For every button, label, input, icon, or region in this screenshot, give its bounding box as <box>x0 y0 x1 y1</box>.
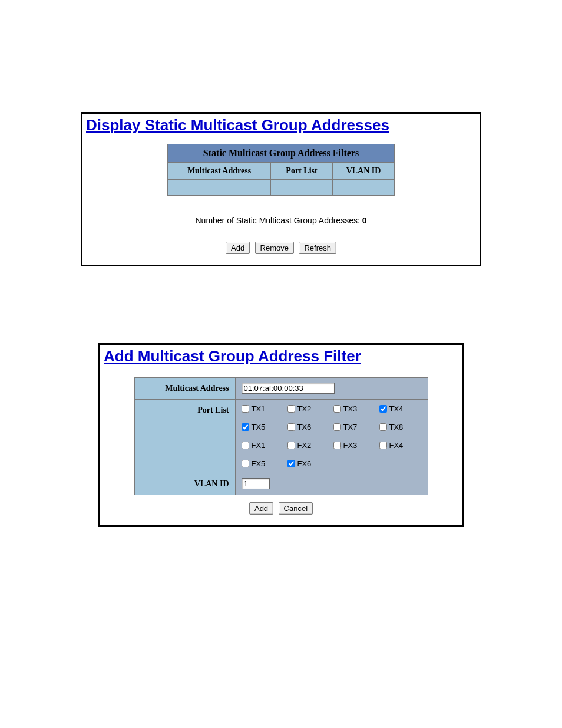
add-multicast-title-link[interactable]: Add Multicast Group Address Filter <box>104 347 458 365</box>
port-cell-tx2[interactable]: TX2 <box>287 404 330 413</box>
port-checkbox-tx1[interactable] <box>242 405 249 413</box>
port-cell-tx8[interactable]: TX8 <box>379 423 422 431</box>
port-label-fx4: FX4 <box>389 441 404 450</box>
multicast-address-label: Multicast Address <box>134 378 235 400</box>
port-label-fx1: FX1 <box>252 441 266 450</box>
port-cell-fx2[interactable]: FX2 <box>287 441 330 450</box>
port-checkbox-tx8[interactable] <box>379 423 387 431</box>
port-checkbox-fx6[interactable] <box>287 460 295 467</box>
port-label-fx2: FX2 <box>297 441 312 450</box>
display-multicast-title-link[interactable]: Display Static Multicast Group Addresses <box>86 116 476 134</box>
filters-table: Static Multicast Group Address Filters M… <box>167 144 395 196</box>
multicast-address-input[interactable] <box>242 383 335 394</box>
address-count-prefix: Number of Static Multicast Group Address… <box>195 216 362 225</box>
port-checkbox-tx3[interactable] <box>333 405 341 413</box>
port-list-label: Port List <box>134 400 235 473</box>
port-label-fx6: FX6 <box>297 459 312 468</box>
port-label-fx3: FX3 <box>343 441 358 450</box>
port-checkbox-fx3[interactable] <box>333 442 341 449</box>
port-checkbox-fx2[interactable] <box>287 442 295 449</box>
port-label-tx2: TX2 <box>297 404 312 413</box>
port-checkbox-tx4[interactable] <box>379 405 387 413</box>
vlan-id-input[interactable] <box>242 478 270 489</box>
port-cell-tx3[interactable]: TX3 <box>333 404 376 413</box>
port-cell-tx4[interactable]: TX4 <box>379 404 422 413</box>
column-port-list: Port List <box>271 163 333 180</box>
address-count-line: Number of Static Multicast Group Address… <box>86 216 476 225</box>
port-cell-tx7[interactable]: TX7 <box>333 423 376 431</box>
address-count-value: 0 <box>362 216 367 225</box>
cancel-button[interactable]: Cancel <box>279 502 313 515</box>
port-cell-tx6[interactable]: TX6 <box>287 423 330 431</box>
add-filter-button[interactable]: Add <box>249 502 273 515</box>
port-checkbox-tx6[interactable] <box>287 423 295 431</box>
port-cell-fx1[interactable]: FX1 <box>242 441 284 450</box>
port-checkbox-fx5[interactable] <box>242 460 249 467</box>
port-label-tx3: TX3 <box>343 404 358 413</box>
port-label-tx1: TX1 <box>252 404 266 413</box>
port-checkbox-fx1[interactable] <box>242 442 249 449</box>
port-label-tx6: TX6 <box>297 423 312 431</box>
refresh-button[interactable]: Refresh <box>299 242 336 254</box>
port-label-tx5: TX5 <box>252 423 266 431</box>
port-cell-tx1[interactable]: TX1 <box>242 404 284 413</box>
port-cell-tx5[interactable]: TX5 <box>242 423 284 431</box>
port-label-fx5: FX5 <box>252 459 266 468</box>
filters-table-header: Static Multicast Group Address Filters <box>168 144 395 163</box>
display-multicast-panel: Display Static Multicast Group Addresses… <box>81 112 481 266</box>
port-checkbox-tx5[interactable] <box>242 423 249 431</box>
column-multicast-address: Multicast Address <box>168 163 271 180</box>
port-cell-fx3[interactable]: FX3 <box>333 441 376 450</box>
add-button[interactable]: Add <box>226 242 250 254</box>
port-cell-fx5[interactable]: FX5 <box>242 459 284 468</box>
port-list-grid: TX1TX2TX3TX4TX5TX6TX7TX8FX1FX2FX3FX4FX5F… <box>242 404 422 468</box>
add-multicast-panel: Add Multicast Group Address Filter Multi… <box>98 343 464 527</box>
port-label-tx8: TX8 <box>389 423 404 431</box>
port-checkbox-tx2[interactable] <box>287 405 295 413</box>
remove-button[interactable]: Remove <box>255 242 294 254</box>
column-vlan-id: VLAN ID <box>333 163 395 180</box>
vlan-id-label: VLAN ID <box>134 473 235 495</box>
port-checkbox-fx4[interactable] <box>379 442 387 449</box>
port-label-tx4: TX4 <box>389 404 404 413</box>
port-checkbox-tx7[interactable] <box>333 423 341 431</box>
table-row <box>168 180 395 196</box>
port-cell-fx6[interactable]: FX6 <box>287 459 330 468</box>
port-cell-fx4[interactable]: FX4 <box>379 441 422 450</box>
port-label-tx7: TX7 <box>343 423 358 431</box>
add-multicast-form: Multicast Address Port List TX1TX2TX3TX4… <box>134 377 428 495</box>
